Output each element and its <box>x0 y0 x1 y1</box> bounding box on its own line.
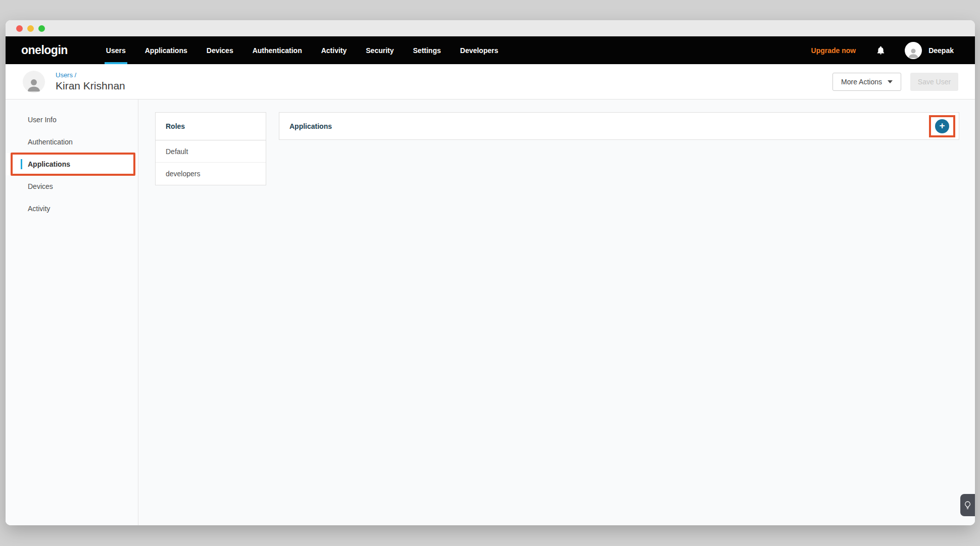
window-close-button[interactable] <box>16 25 23 32</box>
add-application-button[interactable]: + <box>935 119 949 133</box>
account-menu[interactable]: Deepak <box>905 42 954 59</box>
applications-panel: Applications + <box>279 112 959 140</box>
window-titlebar <box>6 20 975 36</box>
nav-item-users[interactable]: Users <box>96 36 135 64</box>
plus-icon: + <box>939 121 945 130</box>
content-area: User Info Authentication Applications De… <box>6 100 975 525</box>
role-row-developers[interactable]: developers <box>156 163 266 185</box>
nav-item-security[interactable]: Security <box>356 36 403 64</box>
user-section-sidebar: User Info Authentication Applications De… <box>6 100 138 525</box>
profile-avatar-icon <box>23 71 45 93</box>
nav-item-devices[interactable]: Devices <box>197 36 243 64</box>
nav-item-applications[interactable]: Applications <box>135 36 197 64</box>
top-navbar: onelogin Users Applications Devices Auth… <box>6 36 975 64</box>
main-panels: Roles Default developers Applications + <box>138 100 975 525</box>
page-header-text: Users / Kiran Krishnan <box>56 71 125 92</box>
onelogin-logo[interactable]: onelogin <box>21 43 68 57</box>
navbar-spacer <box>508 36 811 64</box>
account-name: Deepak <box>928 46 954 55</box>
sidebar-item-activity[interactable]: Activity <box>6 197 138 220</box>
nav-item-settings[interactable]: Settings <box>404 36 451 64</box>
sidebar-item-devices[interactable]: Devices <box>6 175 138 197</box>
sidebar-item-user-info[interactable]: User Info <box>6 109 138 131</box>
upgrade-now-link[interactable]: Upgrade now <box>811 46 856 55</box>
applications-panel-title: Applications <box>289 122 332 130</box>
save-user-button[interactable]: Save User <box>910 73 958 91</box>
page-title: Kiran Krishnan <box>56 80 125 92</box>
primary-nav: Users Applications Devices Authenticatio… <box>96 36 508 64</box>
active-indicator-bar <box>21 159 22 169</box>
more-actions-button[interactable]: More Actions <box>832 73 901 91</box>
chevron-down-icon <box>888 80 893 83</box>
window-zoom-button[interactable] <box>38 25 45 32</box>
sidebar-item-applications[interactable]: Applications <box>6 153 138 175</box>
nav-item-activity[interactable]: Activity <box>312 36 357 64</box>
lightbulb-icon <box>964 501 971 510</box>
role-row-default[interactable]: Default <box>156 140 266 163</box>
sidebar-item-authentication[interactable]: Authentication <box>6 131 138 153</box>
help-tab[interactable] <box>960 494 975 516</box>
roles-panel: Roles Default developers <box>155 112 266 185</box>
breadcrumb[interactable]: Users / <box>56 71 125 79</box>
notifications-bell-icon[interactable] <box>876 45 886 55</box>
roles-panel-title: Roles <box>156 113 266 140</box>
nav-item-authentication[interactable]: Authentication <box>243 36 312 64</box>
window-minimize-button[interactable] <box>27 25 34 32</box>
page-header: Users / Kiran Krishnan More Actions Save… <box>6 64 975 100</box>
nav-item-developers[interactable]: Developers <box>451 36 508 64</box>
annotation-highlight: + <box>929 115 955 137</box>
app-window: onelogin Users Applications Devices Auth… <box>6 20 975 525</box>
user-avatar-icon <box>905 42 922 59</box>
